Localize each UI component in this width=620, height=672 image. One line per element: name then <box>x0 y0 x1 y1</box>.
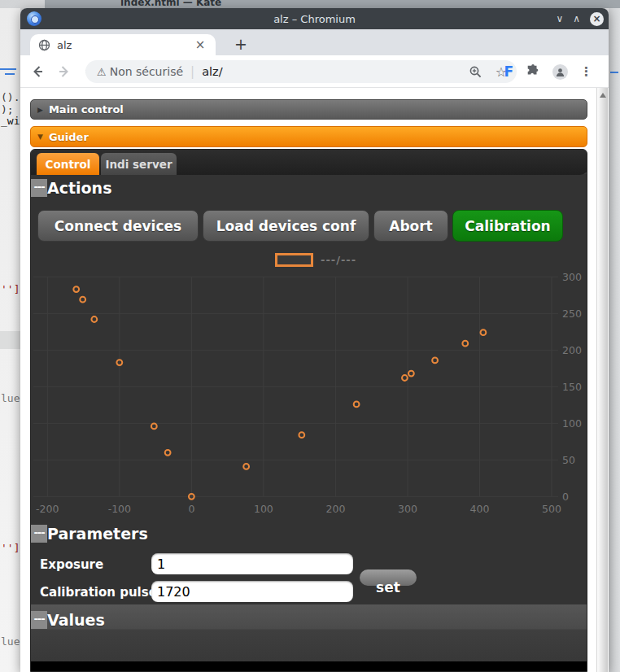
values-title: Values <box>47 611 105 629</box>
x-tick-label: 500 <box>542 503 561 515</box>
code-fragment: _wi <box>1 115 20 127</box>
accordion-guider-label: Guider <box>49 131 89 143</box>
exposure-label: Exposure <box>40 557 103 572</box>
kate-window-title: index.html — Kate <box>120 0 221 8</box>
data-point <box>299 432 304 438</box>
parameters-section-header: --- Parameters <box>31 525 148 543</box>
accordion-main-label: Main control <box>49 103 124 116</box>
maximize-button[interactable]: ∧ <box>573 14 580 24</box>
legend-label: ---/--- <box>321 254 356 266</box>
section-dashes-icon: --- <box>31 179 47 197</box>
values-panel: --- Values <box>31 604 587 661</box>
page-scrollbar[interactable] <box>596 88 608 672</box>
kate-blue-dash-right <box>610 72 618 73</box>
section-dashes-icon: --- <box>31 525 47 543</box>
x-tick-label: 300 <box>398 503 417 515</box>
abort-button[interactable]: Abort <box>373 210 448 242</box>
load-devices-conf-button[interactable]: Load devices conf <box>203 210 369 242</box>
y-tick-label: 250 <box>562 308 582 320</box>
tab-close-icon[interactable]: × <box>193 37 207 52</box>
y-tick-label: 200 <box>562 344 582 356</box>
window-title: alz – Chromium <box>20 13 609 25</box>
page-viewport: ▶ Main control ▼ Guider Control Indi ser… <box>20 88 609 672</box>
back-icon[interactable] <box>28 62 47 81</box>
data-point <box>402 375 408 381</box>
calibration-chart: 050100150200250300-200-10001002003004005… <box>31 269 587 517</box>
calibration-pulse-label: Calibration pulse <box>40 585 157 600</box>
connect-devices-button[interactable]: Connect devices <box>37 210 199 242</box>
code-fragment: lue <box>1 635 20 648</box>
window-titlebar[interactable]: alz – Chromium ∨ ∧ × <box>20 8 609 29</box>
guider-tabs-bar: Control Indi server <box>31 150 587 175</box>
data-point <box>151 424 157 430</box>
extensions-puzzle-icon[interactable] <box>526 64 540 79</box>
data-point <box>243 464 249 469</box>
y-tick-label: 300 <box>562 271 582 283</box>
y-tick-label: 100 <box>562 417 582 430</box>
exposure-input[interactable] <box>151 553 353 574</box>
actions-section-header: --- Actions <box>31 179 111 197</box>
data-point <box>462 341 468 347</box>
calibration-pulse-input[interactable] <box>151 581 353 602</box>
tab-control[interactable]: Control <box>37 153 99 175</box>
y-tick-label: 50 <box>562 454 575 466</box>
profile-avatar-icon[interactable] <box>552 64 568 80</box>
set-button-label: set <box>360 579 417 596</box>
x-tick-label: 400 <box>470 503 490 515</box>
kate-selection-band <box>0 331 20 349</box>
tab-title: alz <box>57 39 193 51</box>
kate-editor-strip: ().);_wi'']lue'']lue <box>0 8 20 672</box>
values-section-header: --- Values <box>31 611 587 629</box>
code-fragment: (). <box>1 91 20 103</box>
guider-panel: Control Indi server --- Actions Connect … <box>30 149 587 672</box>
calibration-button[interactable]: Calibration <box>452 210 563 242</box>
data-point <box>91 316 97 322</box>
x-tick-label: -100 <box>108 503 131 515</box>
actions-title: Actions <box>47 179 111 197</box>
url-text[interactable]: alz/ <box>202 65 469 78</box>
kate-blue-dash <box>5 73 15 75</box>
address-bar[interactable]: ⚠ Non sécurisé | alz/ ☆ <box>85 60 517 83</box>
tab-strip: alz × + <box>20 29 609 55</box>
close-button[interactable]: × <box>590 12 604 26</box>
code-fragment: lue <box>1 392 20 404</box>
not-secure-warning-icon[interactable]: ⚠ <box>97 66 107 78</box>
data-point <box>165 450 171 456</box>
chart-legend[interactable]: ---/--- <box>275 253 356 267</box>
forward-icon[interactable] <box>55 62 74 81</box>
new-tab-button[interactable]: + <box>230 35 251 55</box>
section-dashes-icon: --- <box>31 611 47 629</box>
data-point <box>481 329 487 335</box>
data-point <box>432 358 438 364</box>
legend-swatch <box>275 253 313 267</box>
x-tick-label: 100 <box>254 503 273 515</box>
code-fragment: ); <box>1 103 14 116</box>
actions-button-row: Connect devices Load devices conf Abort … <box>31 210 587 242</box>
expanded-triangle-icon: ▼ <box>37 133 43 141</box>
set-button[interactable]: set <box>360 569 417 596</box>
y-tick-label: 0 <box>562 491 569 503</box>
desktop-right-edge <box>609 8 620 672</box>
accordion-main-control[interactable]: ▶ Main control <box>30 99 587 120</box>
extension-f-icon[interactable]: F <box>504 63 513 80</box>
globe-icon <box>38 39 50 51</box>
code-fragment: ''] <box>1 283 20 295</box>
x-tick-label: 0 <box>188 503 194 515</box>
omnibox-separator: | <box>190 64 194 79</box>
code-fragment: ''] <box>1 542 20 554</box>
y-tick-label: 150 <box>562 381 582 393</box>
kate-blue-line <box>0 68 16 70</box>
x-tick-label: -200 <box>36 503 59 515</box>
tab-indi-server[interactable]: Indi server <box>101 153 177 175</box>
scrollbar-up-arrow[interactable] <box>600 93 606 98</box>
x-tick-label: 200 <box>325 503 345 515</box>
not-secure-label: Non sécurisé <box>110 65 183 78</box>
browser-menu-icon[interactable]: ⋮ <box>580 64 592 79</box>
data-point <box>408 371 414 377</box>
accordion-guider[interactable]: ▼ Guider <box>30 126 587 147</box>
zoom-icon[interactable] <box>469 65 482 79</box>
minimize-button[interactable]: ∨ <box>556 14 563 24</box>
browser-tab[interactable]: alz × <box>30 34 216 55</box>
camera-image-placeholder <box>31 661 587 672</box>
data-point <box>80 297 85 303</box>
